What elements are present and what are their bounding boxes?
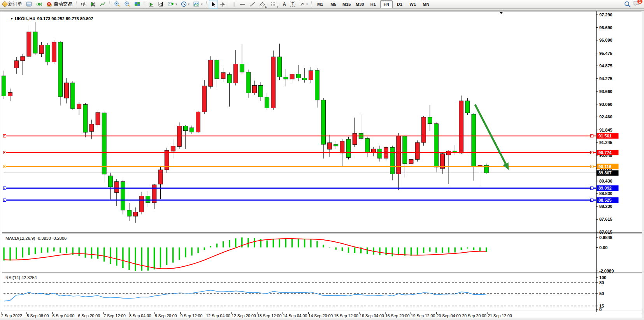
zoom-in-button[interactable] [112,0,122,9]
svg-text:94.275: 94.275 [599,76,612,81]
search-icon[interactable] [624,1,631,7]
vertical-line-tool-button[interactable] [230,0,238,9]
clock-icon [181,1,187,7]
arrows-tool-button[interactable]: ▾ [297,0,310,9]
new-order-label: 新订单 [8,1,22,7]
svg-text:93.660: 93.660 [599,89,612,94]
svg-text:91.245: 91.245 [599,140,612,145]
timeframe-H4[interactable]: H4 [380,0,393,8]
down-arrow-annotation[interactable] [475,104,509,170]
auto-scroll-button[interactable] [146,0,156,9]
chart-canvas[interactable]: 97.29096.69096.09095.47594.87594.27593.6… [0,9,644,320]
timeframe-M5[interactable]: M5 [327,0,340,8]
svg-text:16 Sep 20:00: 16 Sep 20:00 [385,313,410,318]
channel-tool-button[interactable]: E [257,0,269,9]
arrows-dropdown-icon[interactable]: ▾ [306,3,308,6]
templates-button[interactable]: ▾ [191,0,205,9]
timeframe-H1[interactable]: H1 [367,0,379,8]
svg-text:0.8848: 0.8848 [599,235,612,240]
timeframe-W1[interactable]: W1 [407,0,419,8]
svg-text:0: 0 [599,307,602,312]
notification-badge: 1 [637,0,642,4]
svg-text:16 Sep 04:00: 16 Sep 04:00 [360,313,384,318]
horizontal-line-icon [240,2,246,7]
signals-button[interactable] [34,0,44,9]
market-watch-icon [26,2,32,7]
new-order-button[interactable]: 新订单 [1,0,24,9]
toolbar-grip [75,1,78,7]
horizontal-line-tool-button[interactable] [238,0,247,9]
channel-icon [259,2,265,7]
rsi-pane [4,290,486,301]
text-tool-icon: A [283,2,286,7]
tile-windows-button[interactable] [132,0,142,9]
horizontal-line-90.774[interactable] [4,151,597,154]
svg-text:88.230: 88.230 [599,204,612,209]
tile-windows-icon [134,2,140,7]
timeframe-MN[interactable]: MN [420,0,432,8]
notifications-button[interactable]: 1 [633,0,640,8]
fibonacci-tool-button[interactable]: F [269,0,281,9]
timeframe-M15[interactable]: M15 [340,0,353,8]
text-label-icon: T [290,2,295,7]
svg-text:91.561: 91.561 [598,134,612,138]
line-chart-button[interactable] [98,0,108,9]
svg-text:6 Sep 20:00: 6 Sep 20:00 [78,313,100,318]
market-watch-button[interactable] [24,0,34,9]
rsi-line [4,290,486,301]
svg-text:93.060: 93.060 [599,102,612,107]
horizontal-line-88.525[interactable] [4,199,597,202]
price-tag-89.807: 89.807 [597,170,619,176]
svg-text:89.092: 89.092 [598,186,612,190]
candlestick-series [2,22,489,223]
periods-button[interactable]: ▾ [179,0,192,9]
svg-text:96.090: 96.090 [599,38,612,42]
svg-text:8 Sep 20:00: 8 Sep 20:00 [155,313,177,318]
horizontal-line-89.092[interactable] [4,187,597,190]
svg-text:91.845: 91.845 [599,128,612,132]
chart-shift-button[interactable] [156,0,166,9]
svg-text:14 Sep 04:00: 14 Sep 04:00 [283,313,307,318]
svg-text:96.690: 96.690 [599,25,612,30]
price-tag-90.116: 90.116 [597,164,619,169]
chart-window[interactable]: 97.29096.69096.09095.47594.87594.27593.6… [0,9,644,320]
svg-text:88.830: 88.830 [599,191,612,196]
timeframe-D1[interactable]: D1 [393,0,406,8]
svg-text:12 Sep 04:00: 12 Sep 04:00 [206,313,230,318]
svg-text:90.116: 90.116 [598,164,611,169]
signal-icon [36,2,42,7]
trendline-icon [249,2,255,7]
svg-text:88.525: 88.525 [598,198,612,202]
candlestick-chart-button[interactable] [88,0,98,9]
templates-dropdown-icon[interactable]: ▾ [201,3,203,6]
new-order-icon [2,1,8,7]
indicators-button[interactable]: ▾ [166,0,179,9]
text-label-tool-button[interactable]: T [288,0,297,9]
svg-text:95.475: 95.475 [599,51,612,56]
svg-text:92.460: 92.460 [599,114,612,119]
cursor-icon [211,2,216,7]
svg-text:87.615: 87.615 [599,217,612,222]
svg-text:90.774: 90.774 [598,150,612,155]
svg-text:20 Sep 04:00: 20 Sep 04:00 [437,313,461,318]
horizontal-line-91.561[interactable] [4,135,597,137]
auto-trade-button[interactable]: 自动交易 [44,0,74,9]
timeframe-M30[interactable]: M30 [354,0,366,8]
time-axis[interactable]: 2 Sep 20225 Sep 08:006 Sep 04:006 Sep 20… [1,312,512,318]
periods-dropdown-icon[interactable]: ▾ [188,3,190,6]
zoom-out-button[interactable] [122,0,132,9]
bar-chart-button[interactable] [79,0,88,9]
svg-text:21 Sep 12:00: 21 Sep 12:00 [488,313,512,318]
svg-text:19 Sep 12:00: 19 Sep 12:00 [411,313,435,318]
price-axis[interactable]: 97.29096.69096.09095.47594.87594.27593.6… [596,12,619,312]
timeframe-M1[interactable]: M1 [314,0,326,8]
arrows-icon [299,2,305,7]
timeframe-group: M1M5M15M30H1H4D1W1MN [314,0,432,8]
cursor-tool-button[interactable] [209,0,218,9]
trendline-tool-button[interactable] [247,0,257,9]
crosshair-tool-button[interactable] [218,0,228,9]
indicators-dropdown-icon[interactable]: ▾ [175,3,177,6]
zoom-in-icon [114,1,120,7]
svg-text:12 Sep 20:00: 12 Sep 20:00 [232,313,256,318]
text-tool-button[interactable]: A [281,0,288,9]
